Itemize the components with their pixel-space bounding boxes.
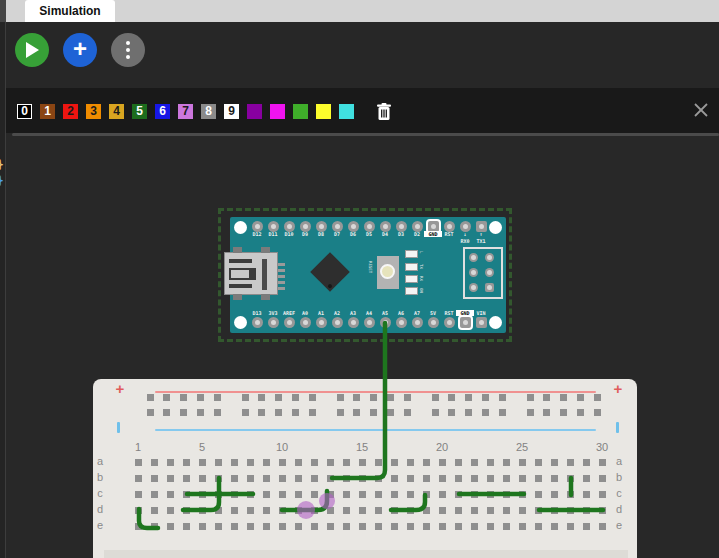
rail-hole[interactable] (309, 394, 316, 401)
breadboard-hole[interactable] (327, 491, 334, 498)
rail-hole[interactable] (527, 409, 534, 416)
breadboard-hole[interactable] (519, 507, 526, 514)
pin-pad[interactable] (476, 221, 487, 232)
breadboard-hole[interactable] (279, 507, 286, 514)
breadboard-hole[interactable] (423, 523, 430, 530)
breadboard-hole[interactable] (583, 523, 590, 530)
breadboard-hole[interactable] (407, 475, 414, 482)
breadboard-hole[interactable] (407, 459, 414, 466)
rail-hole[interactable] (275, 409, 282, 416)
breadboard-hole[interactable] (407, 507, 414, 514)
breadboard-hole[interactable] (247, 475, 254, 482)
breadboard-hole[interactable] (487, 507, 494, 514)
rail-hole[interactable] (370, 409, 377, 416)
rail-hole[interactable] (560, 394, 567, 401)
rail-hole[interactable] (370, 394, 377, 401)
breadboard-hole[interactable] (599, 523, 606, 530)
breadboard-hole[interactable] (471, 475, 478, 482)
breadboard-hole[interactable] (343, 523, 350, 530)
breadboard-hole[interactable] (455, 491, 462, 498)
breadboard-hole[interactable] (567, 507, 574, 514)
breadboard-hole[interactable] (167, 459, 174, 466)
pin-pad[interactable] (396, 221, 407, 232)
breadboard-hole[interactable] (359, 491, 366, 498)
rail-hole[interactable] (432, 394, 439, 401)
breadboard-hole[interactable] (183, 507, 190, 514)
breadboard-hole[interactable] (503, 475, 510, 482)
breadboard-hole[interactable] (455, 523, 462, 530)
rail-hole[interactable] (309, 409, 316, 416)
pin-pad[interactable] (412, 221, 423, 232)
pin-pad[interactable] (444, 221, 455, 232)
breadboard-hole[interactable] (327, 507, 334, 514)
breadboard-hole[interactable] (295, 491, 302, 498)
breadboard-hole[interactable] (263, 491, 270, 498)
breadboard-hole[interactable] (167, 491, 174, 498)
rail-hole[interactable] (527, 394, 534, 401)
icsp-pin[interactable] (469, 268, 478, 277)
breadboard-hole[interactable] (311, 523, 318, 530)
rail-hole[interactable] (465, 409, 472, 416)
rail-hole[interactable] (163, 409, 170, 416)
rail-hole[interactable] (465, 394, 472, 401)
reset-button[interactable] (377, 256, 399, 289)
breadboard-hole[interactable] (199, 523, 206, 530)
icsp-pin[interactable] (469, 253, 478, 262)
rail-hole[interactable] (258, 394, 265, 401)
breadboard-hole[interactable] (583, 475, 590, 482)
breadboard-hole[interactable] (263, 459, 270, 466)
breadboard-hole[interactable] (183, 459, 190, 466)
breadboard[interactable]: + + 151015202530aabbccddee (93, 379, 637, 558)
breadboard-hole[interactable] (519, 491, 526, 498)
breadboard-hole[interactable] (439, 459, 446, 466)
rail-hole[interactable] (560, 409, 567, 416)
breadboard-hole[interactable] (423, 459, 430, 466)
pin-pad[interactable] (460, 221, 471, 232)
breadboard-hole[interactable] (327, 523, 334, 530)
breadboard-hole[interactable] (375, 507, 382, 514)
breadboard-hole[interactable] (503, 459, 510, 466)
breadboard-hole[interactable] (231, 475, 238, 482)
icsp-pin[interactable] (469, 283, 478, 292)
breadboard-hole[interactable] (455, 459, 462, 466)
breadboard-hole[interactable] (199, 475, 206, 482)
rail-hole[interactable] (404, 409, 411, 416)
breadboard-hole[interactable] (135, 507, 142, 514)
pin-pad[interactable] (300, 317, 311, 328)
rail-hole[interactable] (275, 394, 282, 401)
breadboard-hole[interactable] (535, 459, 542, 466)
rail-hole[interactable] (448, 394, 455, 401)
pin-pad[interactable] (444, 317, 455, 328)
breadboard-hole[interactable] (551, 507, 558, 514)
breadboard-hole[interactable] (295, 507, 302, 514)
breadboard-hole[interactable] (567, 459, 574, 466)
pin-pad[interactable] (380, 221, 391, 232)
rail-hole[interactable] (214, 394, 221, 401)
breadboard-hole[interactable] (535, 491, 542, 498)
pin-pad[interactable] (348, 317, 359, 328)
rail-hole[interactable] (432, 409, 439, 416)
breadboard-hole[interactable] (359, 459, 366, 466)
breadboard-hole[interactable] (311, 491, 318, 498)
rail-hole[interactable] (214, 409, 221, 416)
breadboard-hole[interactable] (391, 459, 398, 466)
breadboard-hole[interactable] (199, 507, 206, 514)
add-part-button[interactable]: + (63, 33, 97, 67)
play-button[interactable] (15, 33, 49, 67)
rail-hole[interactable] (482, 409, 489, 416)
breadboard-hole[interactable] (487, 475, 494, 482)
pin-pad[interactable] (268, 317, 279, 328)
breadboard-hole[interactable] (391, 523, 398, 530)
breadboard-hole[interactable] (439, 523, 446, 530)
rail-hole[interactable] (180, 409, 187, 416)
color-swatch-12[interactable] (293, 104, 308, 119)
breadboard-hole[interactable] (167, 523, 174, 530)
menu-button[interactable] (111, 33, 145, 67)
pin-pad[interactable] (284, 317, 295, 328)
breadboard-hole[interactable] (567, 523, 574, 530)
breadboard-hole[interactable] (519, 523, 526, 530)
breadboard-hole[interactable] (567, 475, 574, 482)
breadboard-hole[interactable] (455, 475, 462, 482)
breadboard-hole[interactable] (535, 475, 542, 482)
rail-hole[interactable] (147, 394, 154, 401)
